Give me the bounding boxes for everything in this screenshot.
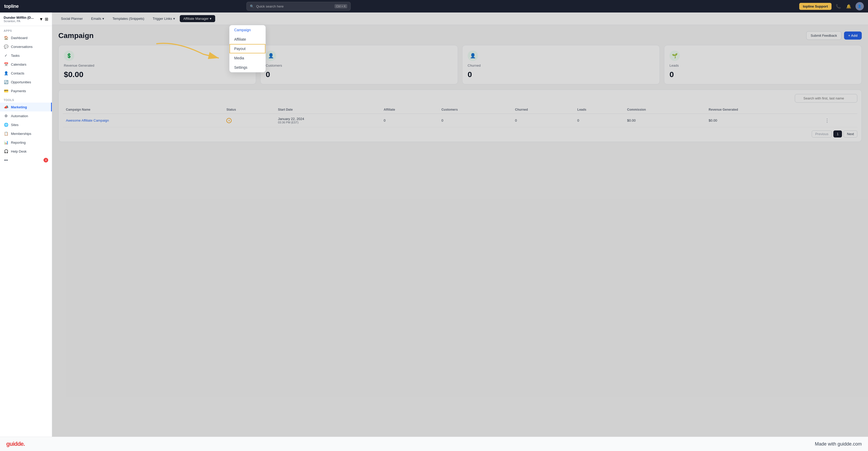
phone-icon[interactable]: 📞 — [835, 3, 842, 10]
tasks-icon: ✓ — [4, 53, 8, 58]
app-logo: topline — [4, 4, 19, 9]
workspace-controls: ▼ ⊞ — [39, 17, 48, 22]
opportunities-icon: 🔄 — [4, 80, 8, 84]
sidebar-item-opportunities[interactable]: 🔄 Opportunities — [0, 77, 52, 87]
dropdown-overlay[interactable] — [52, 12, 868, 437]
sidebar-item-label: Opportunities — [11, 80, 31, 84]
sidebar-item-helpdesk[interactable]: 🎧 Help Desk — [0, 147, 52, 156]
user-avatar[interactable]: 👤 — [856, 2, 864, 10]
workspace-location: Scranton, PA — [4, 20, 34, 23]
sidebar-item-memberships[interactable]: 📋 Memberships — [0, 129, 52, 138]
sidebar-item-calendars[interactable]: 📅 Calendars — [0, 60, 52, 69]
automation-icon: ⚙ — [4, 114, 8, 118]
payments-icon: 💳 — [4, 89, 8, 93]
sidebar: Dunder Mifflin (D... Scranton, PA ▼ ⊞ Ap… — [0, 12, 52, 437]
dropdown-item-settings[interactable]: Settings — [229, 63, 266, 72]
support-button[interactable]: topline Support — [799, 3, 832, 10]
sidebar-item-label: Contacts — [11, 71, 24, 75]
guidde-footer: guidde. Made with guidde.com — [0, 437, 868, 451]
topnav-right: topline Support 📞 🔔 👤 — [799, 2, 864, 10]
helpdesk-icon: 🎧 — [4, 149, 8, 154]
sidebar-item-label: Automation — [11, 114, 28, 118]
sidebar-item-label: Dashboard — [11, 36, 28, 40]
main-layout: Dunder Mifflin (D... Scranton, PA ▼ ⊞ Ap… — [0, 12, 868, 437]
memberships-icon: 📋 — [4, 131, 8, 136]
notification-badge: 4 — [43, 158, 48, 162]
search-shortcut: Ctrl + K — [335, 4, 347, 8]
sidebar-item-label: Tasks — [11, 54, 20, 58]
conversations-icon: 💬 — [4, 44, 8, 49]
sidebar-item-contacts[interactable]: 👤 Contacts — [0, 69, 52, 77]
sidebar-item-more[interactable]: ••• 4 — [0, 156, 52, 165]
sidebar-item-marketing[interactable]: 📣 Marketing — [0, 103, 52, 111]
sidebar-item-conversations[interactable]: 💬 Conversations — [0, 42, 52, 51]
marketing-icon: 📣 — [4, 105, 8, 109]
search-bar[interactable]: 🔍 Quick search here Ctrl + K — [246, 2, 351, 11]
sidebar-item-label: Calendars — [11, 63, 26, 66]
sidebar-item-label: Conversations — [11, 45, 33, 49]
sidebar-item-label: Reporting — [11, 140, 26, 144]
chevron-down-icon: ▼ — [39, 17, 43, 22]
guidde-tagline: Made with guidde.com — [815, 441, 862, 447]
apps-section-label: Apps — [0, 26, 52, 33]
sidebar-item-automation[interactable]: ⚙ Automation — [0, 111, 52, 120]
workspace-info: Dunder Mifflin (D... Scranton, PA — [4, 15, 34, 23]
workspace-selector[interactable]: Dunder Mifflin (D... Scranton, PA ▼ ⊞ — [0, 12, 52, 26]
sites-icon: 🌐 — [4, 122, 8, 127]
guidde-logo: guidde. — [6, 441, 25, 447]
calendars-icon: 📅 — [4, 62, 8, 67]
more-icon: ••• — [4, 158, 8, 162]
sidebar-item-reporting[interactable]: 📊 Reporting — [0, 138, 52, 147]
sidebar-item-label: Sites — [11, 123, 19, 127]
sidebar-item-sites[interactable]: 🌐 Sites — [0, 120, 52, 129]
workspace-name: Dunder Mifflin (D... — [4, 15, 34, 20]
dropdown-item-campaign[interactable]: Campaign — [229, 25, 266, 35]
sidebar-item-label: Payments — [11, 89, 26, 93]
dashboard-icon: 🏠 — [4, 35, 8, 40]
contacts-icon: 👤 — [4, 71, 8, 75]
sidebar-item-tasks[interactable]: ✓ Tasks — [0, 51, 52, 60]
sidebar-item-label: Marketing — [11, 105, 27, 109]
sidebar-item-payments[interactable]: 💳 Payments — [0, 87, 52, 95]
dropdown-item-payout[interactable]: Payout — [229, 44, 266, 53]
sidebar-item-label: Help Desk — [11, 150, 27, 153]
top-navbar: topline 🔍 Quick search here Ctrl + K top… — [0, 0, 868, 12]
content-area: Social Planner Emails ▾ Templates (Snipp… — [52, 12, 868, 437]
dropdown-item-affiliate[interactable]: Affiliate — [229, 35, 266, 44]
search-icon: 🔍 — [250, 4, 254, 8]
layout-icon[interactable]: ⊞ — [45, 17, 48, 22]
reporting-icon: 📊 — [4, 140, 8, 145]
notification-icon[interactable]: 🔔 — [845, 3, 852, 10]
search-placeholder: Quick search here — [256, 4, 284, 8]
avatar-image: 👤 — [858, 4, 862, 8]
dropdown-item-media[interactable]: Media — [229, 53, 266, 63]
sidebar-item-dashboard[interactable]: 🏠 Dashboard — [0, 33, 52, 42]
sidebar-item-label: Memberships — [11, 132, 31, 136]
tools-section-label: Tools — [0, 95, 52, 103]
affiliate-manager-dropdown: Campaign Affiliate Payout Media Settings — [229, 25, 266, 72]
